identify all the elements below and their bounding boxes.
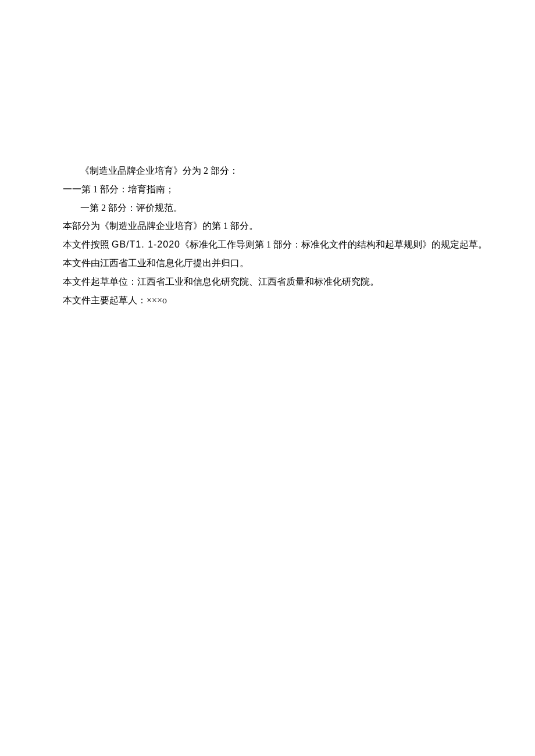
paragraph-line: 本部分为《制造业品牌企业培育》的第 1 部分。 [63, 218, 488, 235]
paragraph-line: 一一第 1 部分：培育指南； [63, 181, 488, 198]
paragraph-line: 本文件按照 GB/T1. 1-2020《标准化工作导则第 1 部分：标准化文件的… [63, 237, 488, 253]
text-suffix: 《标准化工作导则第 1 部分：标准化文件的结构和起草规则》的规定起草。 [180, 239, 487, 249]
paragraph-line: 本文件起草单位：江西省工业和信息化研究院、江西省质量和标准化研究院。 [63, 274, 488, 291]
paragraph-line: 本文件主要起草人：×××o [63, 292, 488, 309]
paragraph-line: 一第 2 部分：评价规范。 [63, 200, 488, 217]
text-prefix: 本文件按照 [63, 239, 112, 249]
standard-code: GB/T1. 1-2020 [112, 239, 180, 249]
paragraph-line: 《制造业品牌企业培育》分为 2 部分： [63, 163, 488, 180]
paragraph-line: 本文件由江西省工业和信息化厅提出并归口。 [63, 255, 488, 272]
document-body: 《制造业品牌企业培育》分为 2 部分： 一一第 1 部分：培育指南； 一第 2 … [0, 0, 535, 309]
